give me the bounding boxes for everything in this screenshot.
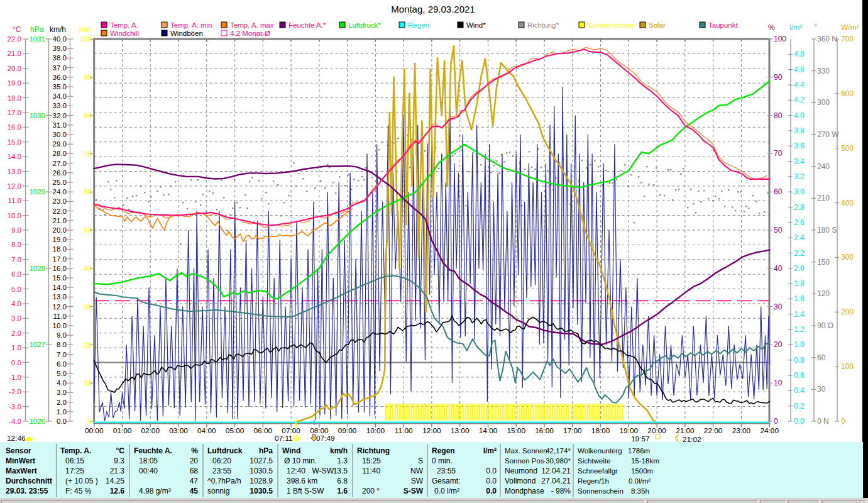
svg-text:29.03. 23:55: 29.03. 23:55 <box>6 487 48 495</box>
svg-text:20.0: 20.0 <box>8 65 21 72</box>
svg-text:6.8: 6.8 <box>337 477 348 485</box>
svg-text:Solar: Solar <box>649 21 666 29</box>
svg-text:2.2: 2.2 <box>794 249 805 258</box>
svg-text:14.25: 14.25 <box>106 477 124 485</box>
svg-text:Gesamt:: Gesamt: <box>432 477 460 485</box>
svg-text:500: 500 <box>841 144 854 153</box>
svg-text:1030: 1030 <box>29 112 45 119</box>
svg-text:3.6: 3.6 <box>794 141 805 150</box>
svg-text:Feuchte A.: Feuchte A. <box>134 446 172 455</box>
svg-text:12.0: 12.0 <box>8 182 21 190</box>
svg-text:17:25: 17:25 <box>65 467 84 475</box>
svg-text:0: 0 <box>774 417 778 426</box>
svg-text:1500m: 1500m <box>631 467 653 475</box>
svg-text:27.04.21: 27.04.21 <box>541 477 571 485</box>
svg-text:68: 68 <box>190 467 199 475</box>
svg-text:4.4: 4.4 <box>794 80 805 89</box>
svg-text:Luftdruck*: Luftdruck* <box>348 21 381 29</box>
svg-text:150: 150 <box>817 258 830 267</box>
svg-text:300: 300 <box>817 98 830 107</box>
svg-text:Sonnenschein: Sonnenschein <box>588 21 634 29</box>
svg-text:21.3: 21.3 <box>110 467 125 475</box>
svg-text:0: 0 <box>841 417 845 426</box>
svg-text:1.2: 1.2 <box>794 325 805 334</box>
svg-text:NW: NW <box>410 467 424 475</box>
svg-text:15:25: 15:25 <box>362 456 381 465</box>
svg-text:3.0: 3.0 <box>794 187 805 196</box>
svg-text:0.0 l/m²: 0.0 l/m² <box>434 487 459 495</box>
svg-text:7.0: 7.0 <box>57 351 67 358</box>
svg-text:W-SW: W-SW <box>312 467 334 475</box>
svg-text:12.6: 12.6 <box>110 487 125 495</box>
svg-text:100: 100 <box>774 35 786 43</box>
svg-text:S: S <box>418 456 423 465</box>
svg-text:Mondphase: Mondphase <box>505 487 544 495</box>
svg-text:18.0: 18.0 <box>53 245 67 253</box>
svg-text:°C: °C <box>13 25 21 34</box>
svg-text:%: % <box>191 446 198 455</box>
svg-text:l/m²: l/m² <box>483 446 497 455</box>
svg-text:0.0: 0.0 <box>486 487 497 495</box>
svg-text:Windböen: Windböen <box>170 30 203 37</box>
svg-text:180 S: 180 S <box>817 226 837 235</box>
svg-text:9.3: 9.3 <box>114 456 124 465</box>
svg-text:24.0: 24.0 <box>53 188 67 196</box>
svg-text:18:05: 18:05 <box>139 456 158 465</box>
svg-text:Sonnen Pos: Sonnen Pos <box>505 457 544 465</box>
svg-text:Max. Sonnen: Max. Sonnen <box>505 447 547 455</box>
svg-text:2.0: 2.0 <box>57 399 67 406</box>
svg-text:36.0: 36.0 <box>53 74 67 81</box>
svg-text:17:00: 17:00 <box>563 426 582 435</box>
svg-text:0 min.: 0 min. <box>432 456 453 465</box>
svg-text:0.0: 0.0 <box>794 417 805 426</box>
svg-text:12.0: 12.0 <box>53 303 67 311</box>
svg-text:3.4: 3.4 <box>794 157 805 166</box>
svg-text:17.0: 17.0 <box>8 109 21 116</box>
svg-text:Richtung: Richtung <box>357 446 390 455</box>
svg-text:-30,980°: -30,980° <box>543 457 571 465</box>
svg-text:04:00: 04:00 <box>197 426 216 435</box>
svg-text:1786m: 1786m <box>628 447 650 455</box>
svg-text:07:49: 07:49 <box>316 434 335 443</box>
svg-text:80: 80 <box>774 111 783 120</box>
svg-text:Schneefallgr: Schneefallgr <box>578 467 618 475</box>
svg-text:400: 400 <box>841 199 854 207</box>
svg-text:01:00: 01:00 <box>113 426 132 435</box>
svg-text:13:00: 13:00 <box>451 426 470 435</box>
svg-text:39.0: 39.0 <box>53 45 67 52</box>
svg-text:1028: 1028 <box>29 265 45 272</box>
svg-text:15:00: 15:00 <box>507 426 525 435</box>
svg-text:22.0: 22.0 <box>8 35 21 43</box>
svg-text:4.0: 4.0 <box>57 379 67 387</box>
svg-text:6.0: 6.0 <box>11 270 21 278</box>
svg-text:5.0: 5.0 <box>11 285 21 293</box>
svg-text:16:00: 16:00 <box>535 426 554 435</box>
svg-text:10.0: 10.0 <box>53 322 67 329</box>
svg-text:15-18km: 15-18km <box>631 457 659 465</box>
svg-text:20: 20 <box>774 340 783 349</box>
svg-text:Regen: Regen <box>408 21 429 29</box>
svg-text:°C: °C <box>116 446 125 455</box>
svg-text:90 O: 90 O <box>817 321 833 330</box>
svg-text:1027.5: 1027.5 <box>250 456 273 465</box>
svg-text:19:57: 19:57 <box>631 434 650 443</box>
svg-text:45: 45 <box>190 487 199 495</box>
svg-text:19:00: 19:00 <box>620 426 639 435</box>
svg-text:2.0: 2.0 <box>11 329 21 337</box>
svg-text:Feuchte A.*: Feuchte A.* <box>288 21 326 29</box>
svg-text:1 Bft S-SW: 1 Bft S-SW <box>287 487 324 495</box>
svg-text:12:00: 12:00 <box>422 426 441 435</box>
svg-text:min: min <box>79 25 91 34</box>
svg-text:06:15: 06:15 <box>65 456 84 465</box>
svg-text:0 N: 0 N <box>817 417 829 426</box>
svg-text:1029: 1029 <box>29 188 45 196</box>
svg-text:21.0: 21.0 <box>8 50 21 57</box>
svg-text:(+ 10.05 ): (+ 10.05 ) <box>65 477 98 485</box>
svg-text:11.0: 11.0 <box>8 197 21 204</box>
svg-text:40.0: 40.0 <box>53 35 67 43</box>
svg-text:700: 700 <box>841 35 854 43</box>
svg-text:0.6: 0.6 <box>794 371 805 380</box>
svg-text:0.0: 0.0 <box>11 359 21 367</box>
svg-text:20: 20 <box>190 456 199 465</box>
svg-text:hPa: hPa <box>30 25 44 34</box>
